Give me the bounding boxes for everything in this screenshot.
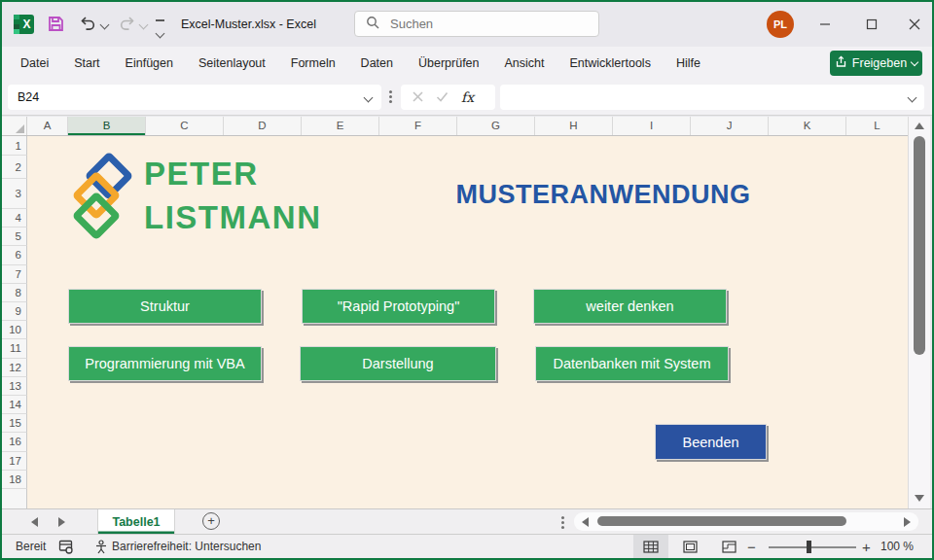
column-header-a[interactable]: A (27, 117, 68, 135)
zoom-out-icon[interactable]: − (747, 535, 756, 558)
column-header-l[interactable]: L (846, 117, 908, 135)
row-header-10[interactable]: 10 (2, 321, 27, 339)
formula-input[interactable] (500, 89, 909, 105)
row-header-9[interactable]: 9 (2, 302, 27, 321)
tab-entwicklertools[interactable]: Entwicklertools (557, 47, 664, 80)
accessibility-icon[interactable] (94, 535, 108, 558)
worksheet-canvas[interactable]: PETER LISTMANN MUSTERANWENDUNG Struktur … (27, 136, 908, 508)
column-header-c[interactable]: C (146, 117, 224, 135)
row-header-8[interactable]: 8 (2, 284, 27, 302)
tab-datei[interactable]: Datei (8, 47, 61, 80)
row-header-3[interactable]: 3 (2, 179, 27, 209)
search-icon (366, 16, 379, 33)
tabbar-grip-icon[interactable] (561, 521, 564, 524)
sheet-nav-left-icon[interactable] (31, 517, 38, 527)
share-button-label: Freigeben (852, 56, 907, 70)
undo-menu-chevron-icon[interactable] (100, 20, 110, 30)
row-header-13[interactable]: 13 (2, 377, 27, 396)
row-header-16[interactable]: 16 (2, 433, 27, 451)
formula-input-area[interactable] (500, 85, 924, 110)
save-icon[interactable] (47, 15, 65, 37)
accessibility-status[interactable]: Barrierefreiheit: Untersuchen (112, 535, 261, 558)
column-header-f[interactable]: F (379, 117, 457, 135)
avatar[interactable]: PL (767, 11, 794, 38)
column-header-g[interactable]: G (457, 117, 535, 135)
share-button[interactable]: Freigeben (830, 51, 922, 76)
row-header-17[interactable]: 17 (2, 452, 27, 471)
row-header-7[interactable]: 7 (2, 265, 27, 284)
view-page-layout-button[interactable] (672, 535, 707, 558)
row-header-partial[interactable] (2, 489, 27, 508)
button-struktur[interactable]: Struktur (68, 289, 262, 324)
undo-icon[interactable] (80, 16, 96, 36)
tab-ansicht[interactable]: Ansicht (492, 47, 557, 80)
scroll-up-icon[interactable] (915, 122, 924, 129)
row-header-15[interactable]: 15 (2, 414, 27, 433)
formula-bar-expand-chevron-icon[interactable] (908, 92, 917, 102)
search-box[interactable] (354, 11, 599, 37)
row-header-18[interactable]: 18 (2, 471, 27, 489)
zoom-slider-track[interactable] (769, 546, 856, 548)
button-rapid-prototyping[interactable]: "Rapid Prototyping" (302, 289, 495, 324)
tab-einfuegen[interactable]: Einfügen (113, 47, 186, 80)
select-all-corner[interactable] (2, 117, 27, 135)
scroll-down-icon[interactable] (915, 495, 924, 502)
horizontal-scrollbar[interactable] (574, 512, 918, 531)
button-beenden[interactable]: Beenden (655, 424, 767, 460)
column-header-h[interactable]: H (535, 117, 613, 135)
button-darstellung[interactable]: Darstellung (300, 346, 496, 381)
button-datenbanken-mit-system[interactable]: Datenbanken mit System (535, 346, 729, 381)
column-header-i[interactable]: I (613, 117, 691, 135)
sheet-tab-bar: Tabelle1 + (2, 508, 932, 534)
customize-toolbar-icon[interactable] (156, 19, 165, 41)
view-normal-button[interactable] (633, 535, 668, 558)
zoom-level[interactable]: 100 % (880, 535, 914, 558)
column-header-j[interactable]: J (691, 117, 769, 135)
select-all-triangle-icon (16, 124, 24, 133)
button-weiter-denken[interactable]: weiter denken (533, 289, 727, 324)
tab-start[interactable]: Start (61, 47, 112, 80)
tab-seitenlayout[interactable]: Seitenlayout (186, 47, 278, 80)
row-header-2[interactable]: 2 (2, 156, 27, 179)
row-header-6[interactable]: 6 (2, 246, 27, 264)
column-header-d[interactable]: D (224, 117, 302, 135)
tab-ueberpruefen[interactable]: Überprüfen (406, 47, 492, 80)
formula-bar-row: B24 fx (2, 80, 932, 116)
zoom-slider-handle[interactable] (807, 541, 811, 553)
page-layout-icon (683, 541, 698, 553)
column-header-k[interactable]: K (769, 117, 846, 135)
column-header-e[interactable]: E (302, 117, 379, 135)
vertical-scrollbar-thumb[interactable] (914, 136, 925, 355)
horizontal-scrollbar-thumb[interactable] (597, 516, 846, 526)
tab-daten[interactable]: Daten (348, 47, 406, 80)
row-header-5[interactable]: 5 (2, 228, 27, 246)
button-programmierung-mit-vba[interactable]: Programmierung mit VBA (68, 346, 262, 381)
insert-function-icon[interactable]: fx (461, 89, 474, 105)
scroll-right-icon[interactable] (904, 517, 911, 527)
sheet-tab-tabelle1[interactable]: Tabelle1 (97, 509, 175, 534)
close-button[interactable] (899, 11, 930, 38)
row-header-4[interactable]: 4 (2, 209, 27, 228)
maximize-button[interactable] (856, 11, 887, 38)
view-page-break-button[interactable] (711, 535, 746, 558)
sheet-nav-right-icon[interactable] (58, 517, 65, 527)
row-header-11[interactable]: 11 (2, 339, 27, 358)
tab-formeln[interactable]: Formeln (278, 47, 348, 80)
minimize-button[interactable] (809, 11, 841, 38)
formula-bar-grip-icon[interactable] (389, 95, 392, 98)
row-header-1[interactable]: 1 (2, 136, 27, 156)
column-header-b-selected[interactable]: B (68, 117, 146, 135)
scroll-left-icon[interactable] (582, 517, 589, 527)
row-header-14[interactable]: 14 (2, 396, 27, 414)
macro-record-icon[interactable] (58, 535, 74, 558)
status-mode[interactable]: Bereit (16, 535, 46, 558)
vertical-scrollbar[interactable] (908, 117, 930, 508)
search-input[interactable] (388, 16, 577, 32)
name-box-chevron-icon[interactable] (364, 92, 374, 102)
excel-app-icon: X (14, 15, 34, 34)
new-sheet-button[interactable]: + (202, 512, 220, 530)
zoom-in-icon[interactable]: + (862, 535, 871, 558)
tab-hilfe[interactable]: Hilfe (664, 47, 713, 80)
name-box[interactable]: B24 (8, 85, 381, 110)
row-header-12[interactable]: 12 (2, 359, 27, 377)
